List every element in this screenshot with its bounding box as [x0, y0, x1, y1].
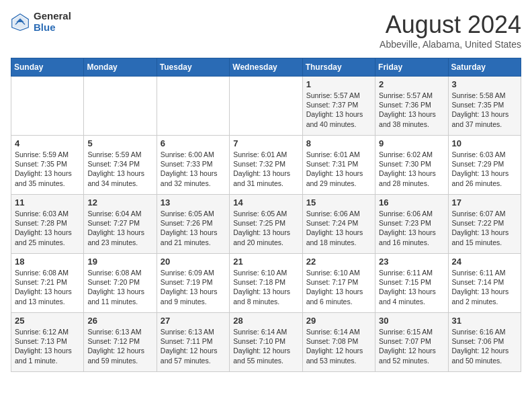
calendar-week-2: 4Sunrise: 5:59 AM Sunset: 7:35 PM Daylig… [11, 136, 521, 195]
calendar-cell: 25Sunrise: 6:12 AM Sunset: 7:13 PM Dayli… [11, 313, 84, 372]
day-info: Sunrise: 6:06 AM Sunset: 7:24 PM Dayligh… [306, 209, 371, 247]
logo-icon [11, 13, 30, 32]
day-number: 25 [15, 316, 80, 326]
calendar-cell: 14Sunrise: 6:05 AM Sunset: 7:25 PM Dayli… [230, 195, 302, 254]
day-number: 30 [379, 316, 444, 326]
calendar-cell: 22Sunrise: 6:10 AM Sunset: 7:17 PM Dayli… [302, 254, 375, 313]
day-info: Sunrise: 6:15 AM Sunset: 7:07 PM Dayligh… [379, 327, 444, 365]
calendar-cell: 21Sunrise: 6:10 AM Sunset: 7:18 PM Dayli… [230, 254, 302, 313]
calendar-cell: 3Sunrise: 5:58 AM Sunset: 7:35 PM Daylig… [448, 77, 521, 136]
calendar-week-1: 1Sunrise: 5:57 AM Sunset: 7:37 PM Daylig… [11, 77, 521, 136]
day-info: Sunrise: 5:59 AM Sunset: 7:34 PM Dayligh… [87, 150, 152, 188]
day-info: Sunrise: 6:10 AM Sunset: 7:17 PM Dayligh… [306, 268, 371, 306]
day-info: Sunrise: 6:00 AM Sunset: 7:33 PM Dayligh… [161, 150, 226, 188]
day-number: 28 [233, 316, 298, 326]
calendar-cell: 29Sunrise: 6:14 AM Sunset: 7:08 PM Dayli… [302, 313, 375, 372]
day-number: 15 [306, 197, 371, 208]
calendar-header-thursday: Thursday [302, 58, 375, 77]
calendar-cell: 24Sunrise: 6:11 AM Sunset: 7:14 PM Dayli… [448, 254, 521, 313]
calendar-cell: 13Sunrise: 6:05 AM Sunset: 7:26 PM Dayli… [157, 195, 229, 254]
day-number: 9 [379, 138, 444, 148]
day-info: Sunrise: 6:02 AM Sunset: 7:30 PM Dayligh… [379, 150, 444, 188]
logo-general-text: General [34, 11, 71, 22]
day-number: 4 [15, 138, 80, 148]
day-info: Sunrise: 6:10 AM Sunset: 7:18 PM Dayligh… [233, 268, 298, 306]
calendar-cell: 9Sunrise: 6:02 AM Sunset: 7:30 PM Daylig… [375, 136, 448, 195]
day-info: Sunrise: 5:57 AM Sunset: 7:36 PM Dayligh… [379, 91, 444, 129]
logo-text: General Blue [34, 11, 71, 33]
calendar-header-wednesday: Wednesday [230, 58, 302, 77]
calendar-cell: 15Sunrise: 6:06 AM Sunset: 7:24 PM Dayli… [302, 195, 375, 254]
calendar-cell: 19Sunrise: 6:08 AM Sunset: 7:20 PM Dayli… [84, 254, 157, 313]
day-info: Sunrise: 6:05 AM Sunset: 7:26 PM Dayligh… [161, 209, 226, 247]
location: Abbeville, Alabama, United States [380, 39, 521, 50]
day-number: 22 [306, 257, 371, 267]
day-info: Sunrise: 6:06 AM Sunset: 7:23 PM Dayligh… [379, 209, 444, 247]
calendar-table: SundayMondayTuesdayWednesdayThursdayFrid… [11, 58, 521, 372]
calendar-cell: 17Sunrise: 6:07 AM Sunset: 7:22 PM Dayli… [448, 195, 521, 254]
calendar-week-4: 18Sunrise: 6:08 AM Sunset: 7:21 PM Dayli… [11, 254, 521, 313]
day-info: Sunrise: 6:14 AM Sunset: 7:10 PM Dayligh… [233, 327, 298, 365]
calendar-cell: 7Sunrise: 6:01 AM Sunset: 7:32 PM Daylig… [230, 136, 302, 195]
day-number: 10 [452, 138, 517, 148]
day-info: Sunrise: 6:07 AM Sunset: 7:22 PM Dayligh… [452, 209, 517, 247]
day-info: Sunrise: 6:11 AM Sunset: 7:15 PM Dayligh… [379, 268, 444, 306]
calendar-header-monday: Monday [84, 58, 157, 77]
calendar-cell: 2Sunrise: 5:57 AM Sunset: 7:36 PM Daylig… [375, 77, 448, 136]
calendar-cell: 28Sunrise: 6:14 AM Sunset: 7:10 PM Dayli… [230, 313, 302, 372]
day-number: 27 [161, 316, 226, 326]
calendar-header-tuesday: Tuesday [157, 58, 229, 77]
day-number: 26 [87, 316, 152, 326]
calendar-cell: 26Sunrise: 6:13 AM Sunset: 7:12 PM Dayli… [84, 313, 157, 372]
day-number: 11 [15, 197, 80, 208]
calendar-cell: 27Sunrise: 6:13 AM Sunset: 7:11 PM Dayli… [157, 313, 229, 372]
day-number: 2 [379, 79, 444, 89]
calendar-cell: 31Sunrise: 6:16 AM Sunset: 7:06 PM Dayli… [448, 313, 521, 372]
day-info: Sunrise: 6:01 AM Sunset: 7:32 PM Dayligh… [233, 150, 298, 188]
calendar-cell [157, 77, 229, 136]
calendar-cell: 8Sunrise: 6:01 AM Sunset: 7:31 PM Daylig… [302, 136, 375, 195]
calendar-week-5: 25Sunrise: 6:12 AM Sunset: 7:13 PM Dayli… [11, 313, 521, 372]
page-header: General Blue August 2024 Abbeville, Alab… [11, 11, 521, 50]
day-number: 21 [233, 257, 298, 267]
calendar-header-friday: Friday [375, 58, 448, 77]
calendar-cell: 5Sunrise: 5:59 AM Sunset: 7:34 PM Daylig… [84, 136, 157, 195]
day-number: 6 [161, 138, 226, 148]
day-number: 12 [87, 197, 152, 208]
day-info: Sunrise: 6:03 AM Sunset: 7:29 PM Dayligh… [452, 150, 517, 188]
calendar-cell: 20Sunrise: 6:09 AM Sunset: 7:19 PM Dayli… [157, 254, 229, 313]
day-info: Sunrise: 6:12 AM Sunset: 7:13 PM Dayligh… [15, 327, 80, 365]
calendar-week-3: 11Sunrise: 6:03 AM Sunset: 7:28 PM Dayli… [11, 195, 521, 254]
calendar-cell [84, 77, 157, 136]
day-info: Sunrise: 6:13 AM Sunset: 7:12 PM Dayligh… [87, 327, 152, 365]
day-number: 17 [452, 197, 517, 208]
calendar-header-row: SundayMondayTuesdayWednesdayThursdayFrid… [11, 58, 521, 77]
calendar-cell: 16Sunrise: 6:06 AM Sunset: 7:23 PM Dayli… [375, 195, 448, 254]
title-block: August 2024 Abbeville, Alabama, United S… [380, 11, 521, 50]
day-info: Sunrise: 6:04 AM Sunset: 7:27 PM Dayligh… [87, 209, 152, 247]
day-info: Sunrise: 6:16 AM Sunset: 7:06 PM Dayligh… [452, 327, 517, 365]
logo-blue-text: Blue [34, 22, 71, 34]
day-info: Sunrise: 5:57 AM Sunset: 7:37 PM Dayligh… [306, 91, 371, 129]
day-info: Sunrise: 6:08 AM Sunset: 7:20 PM Dayligh… [87, 268, 152, 306]
calendar-header-sunday: Sunday [11, 58, 84, 77]
day-number: 16 [379, 197, 444, 208]
calendar-cell: 12Sunrise: 6:04 AM Sunset: 7:27 PM Dayli… [84, 195, 157, 254]
day-info: Sunrise: 6:08 AM Sunset: 7:21 PM Dayligh… [15, 268, 80, 306]
day-number: 1 [306, 79, 371, 89]
day-number: 3 [452, 79, 517, 89]
month-title: August 2024 [380, 11, 521, 39]
day-info: Sunrise: 6:14 AM Sunset: 7:08 PM Dayligh… [306, 327, 371, 365]
calendar-cell [11, 77, 84, 136]
calendar-cell: 4Sunrise: 5:59 AM Sunset: 7:35 PM Daylig… [11, 136, 84, 195]
calendar-header-saturday: Saturday [448, 58, 521, 77]
calendar-cell: 30Sunrise: 6:15 AM Sunset: 7:07 PM Dayli… [375, 313, 448, 372]
day-number: 24 [452, 257, 517, 267]
day-info: Sunrise: 5:58 AM Sunset: 7:35 PM Dayligh… [452, 91, 517, 129]
day-info: Sunrise: 6:11 AM Sunset: 7:14 PM Dayligh… [452, 268, 517, 306]
calendar-cell: 23Sunrise: 6:11 AM Sunset: 7:15 PM Dayli… [375, 254, 448, 313]
calendar-cell: 1Sunrise: 5:57 AM Sunset: 7:37 PM Daylig… [302, 77, 375, 136]
calendar-cell [230, 77, 302, 136]
logo: General Blue [11, 11, 71, 33]
day-number: 19 [87, 257, 152, 267]
